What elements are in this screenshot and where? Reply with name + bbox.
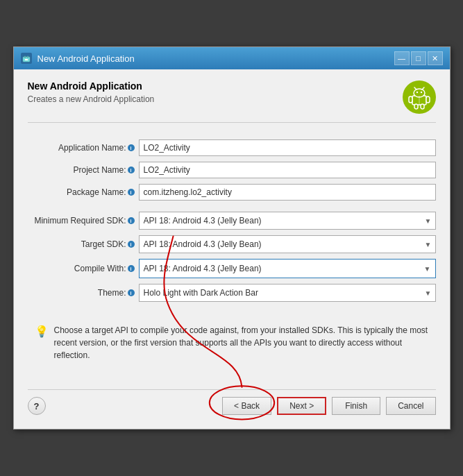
dialog-header-text: New Android Application Creates a new An… <box>28 80 155 104</box>
svg-rect-12 <box>426 96 430 103</box>
svg-point-7 <box>416 92 417 93</box>
svg-rect-11 <box>409 96 412 103</box>
next-button[interactable]: Next > <box>277 397 326 415</box>
package-name-info[interactable]: i <box>128 189 135 196</box>
compile-with-info[interactable]: i <box>128 265 135 272</box>
svg-rect-14 <box>421 104 424 109</box>
help-button[interactable]: ? <box>28 397 46 415</box>
button-bar: ? < Back Next > Finish Cancel <box>28 389 436 419</box>
compile-with-select-wrapper: API 18: Android 4.3 (Jelly Bean) API 17:… <box>139 259 436 278</box>
application-name-label: Application Name: i <box>28 143 139 153</box>
compile-with-select[interactable]: API 18: Android 4.3 (Jelly Bean) API 17:… <box>140 260 435 278</box>
min-sdk-select-wrapper: API 18: Android 4.3 (Jelly Bean) API 17:… <box>139 212 436 230</box>
hint-area: 💡 Choose a target API to compile your co… <box>28 324 436 362</box>
title-bar-controls: — □ ✕ <box>394 51 443 65</box>
maximize-button[interactable]: □ <box>411 51 426 65</box>
target-sdk-label: Target SDK: i <box>28 239 139 249</box>
project-name-input[interactable] <box>139 162 436 178</box>
window-icon <box>21 53 32 64</box>
package-name-input[interactable] <box>139 184 436 201</box>
title-bar-left: New Android Application <box>21 53 135 64</box>
hint-bulb-icon: 💡 <box>35 325 49 338</box>
application-name-info[interactable]: i <box>128 144 135 151</box>
dialog-subtitle: Creates a new Android Application <box>28 94 155 104</box>
application-name-row: Application Name: i <box>28 139 436 156</box>
min-sdk-select[interactable]: API 18: Android 4.3 (Jelly Bean) API 17:… <box>139 212 436 230</box>
close-button[interactable]: ✕ <box>428 51 443 65</box>
package-name-label: Package Name: i <box>28 187 139 197</box>
package-name-row: Package Name: i <box>28 184 436 201</box>
target-sdk-row: Target SDK: i API 18: Android 4.3 (Jelly… <box>28 235 436 253</box>
cancel-button[interactable]: Cancel <box>386 397 435 415</box>
compile-with-label: Compile With: i <box>28 264 139 273</box>
theme-label: Theme: i <box>28 288 139 298</box>
project-name-label: Project Name: i <box>28 165 139 175</box>
android-logo <box>403 80 436 114</box>
dialog-header: New Android Application Creates a new An… <box>28 80 436 123</box>
project-name-info[interactable]: i <box>128 167 135 173</box>
min-sdk-label: Minimum Required SDK: i <box>28 216 139 226</box>
dialog-window: New Android Application — □ ✕ New Androi… <box>13 46 451 430</box>
theme-select[interactable]: Holo Light with Dark Action Bar Holo Lig… <box>139 284 436 302</box>
svg-rect-3 <box>25 59 28 60</box>
min-sdk-row: Minimum Required SDK: i API 18: Android … <box>28 212 436 230</box>
theme-info[interactable]: i <box>128 289 135 296</box>
title-bar: New Android Application — □ ✕ <box>14 47 450 69</box>
svg-point-2 <box>26 56 28 58</box>
project-name-row: Project Name: i <box>28 162 436 178</box>
svg-point-8 <box>420 92 421 93</box>
target-sdk-select[interactable]: API 18: Android 4.3 (Jelly Bean) API 17:… <box>139 235 436 253</box>
target-sdk-info[interactable]: i <box>128 241 135 248</box>
compile-with-row: Compile With: i API 18: Android 4.3 (Jel… <box>28 259 436 278</box>
application-name-input[interactable] <box>139 139 436 156</box>
svg-point-1 <box>24 56 26 58</box>
window-title: New Android Application <box>37 53 135 64</box>
target-sdk-select-wrapper: API 18: Android 4.3 (Jelly Bean) API 17:… <box>139 235 436 253</box>
svg-rect-13 <box>414 104 418 109</box>
dialog-body: New Android Application Creates a new An… <box>14 69 450 429</box>
dialog-title: New Android Application <box>28 80 155 92</box>
finish-button[interactable]: Finish <box>332 397 380 415</box>
minimize-button[interactable]: — <box>394 51 410 65</box>
theme-row: Theme: i Holo Light with Dark Action Bar… <box>28 284 436 302</box>
hint-text: Choose a target API to compile your code… <box>54 324 429 362</box>
min-sdk-info[interactable]: i <box>128 217 135 224</box>
form-area: Application Name: i Project Name: i <box>28 134 436 313</box>
back-button[interactable]: < Back <box>222 397 271 415</box>
theme-select-wrapper: Holo Light with Dark Action Bar Holo Lig… <box>139 284 436 302</box>
